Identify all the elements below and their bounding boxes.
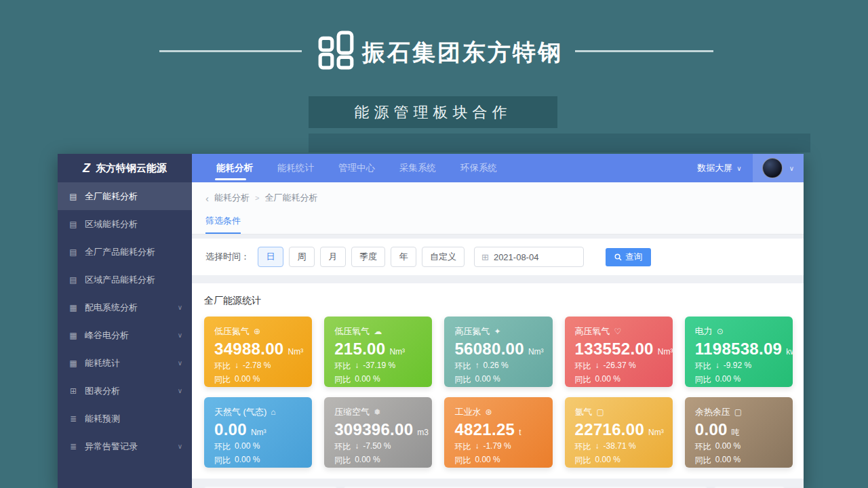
sidebar-item[interactable]: ≣ 异常告警记录 ∨	[58, 432, 192, 460]
year-ratio-label: 同比	[695, 455, 711, 466]
sidebar-item-icon: ▤	[68, 275, 78, 285]
chevron-down-icon: ∨	[736, 165, 741, 172]
ring-ratio-label: 环比	[334, 441, 351, 453]
year-ratio-value: 0.00 %	[235, 455, 260, 466]
energy-card-name: 低压氧气	[334, 325, 370, 338]
energy-card-unit: Nm³	[389, 347, 405, 357]
energy-card: 余热余压 ▢ 0.00 吨 环比 0.00 %	[685, 397, 793, 468]
time-range-button[interactable]: 季度	[351, 247, 385, 267]
brand-area: Z 东方特钢云能源	[58, 154, 192, 182]
ring-ratio-label: 环比	[334, 361, 351, 372]
sidebar-item[interactable]: ▦ 配电系统分析 ∨	[58, 293, 192, 321]
brand-name: 东方特钢云能源	[96, 162, 167, 175]
energy-card-name: 低压氮气	[214, 325, 250, 338]
search-icon	[614, 253, 622, 261]
date-value: 2021-08-04	[494, 252, 539, 262]
ring-ratio-value: -2.78 %	[243, 361, 271, 372]
nav-tab-label: 能耗分析	[216, 162, 253, 174]
nav-tab-label: 能耗统计	[277, 162, 314, 174]
energy-card-unit: Nm³	[288, 347, 304, 357]
energy-card-unit: Nm³	[251, 428, 267, 437]
year-ratio-value: 0.00 %	[235, 374, 260, 386]
sidebar-item-label: 异常告警记录	[85, 441, 138, 453]
sidebar-item[interactable]: ▦ 峰谷电分析 ∨	[58, 321, 192, 349]
query-button[interactable]: 查询	[606, 248, 651, 266]
year-ratio-row: 同比 0.00 %	[214, 374, 302, 386]
sidebar-item[interactable]: ⊞ 图表分析 ∨	[58, 377, 192, 405]
ring-ratio-value: -38.71 %	[604, 441, 636, 453]
sidebar-item-icon: ▤	[68, 247, 78, 257]
ring-ratio-value: 0.00 %	[715, 441, 741, 453]
year-ratio-row: 同比 0.00 %	[214, 455, 302, 466]
nav-tab-label: 环保系统	[460, 162, 497, 174]
time-range-label: 周	[298, 251, 307, 262]
query-button-label: 查询	[625, 251, 642, 263]
calendar-icon: ⊞	[481, 252, 489, 262]
time-range-button[interactable]: 月	[320, 247, 346, 267]
sidebar-item-icon: ≣	[68, 414, 78, 424]
chevron-down-icon: ∨	[789, 165, 794, 172]
date-picker-input[interactable]: ⊞ 2021-08-04	[474, 247, 584, 267]
energy-card-value: 0.00	[214, 420, 247, 439]
ring-ratio-label: 环比	[575, 361, 591, 372]
top-nav-bar: Z 东方特钢云能源 能耗分析 能耗统计 管理中心 采集系统 环保系统 数据大屏 …	[58, 154, 804, 182]
tab-filter-conditions[interactable]: 筛选条件	[205, 215, 241, 234]
sidebar-item-label: 区域产品能耗分析	[85, 274, 155, 286]
brand-logo-icon: Z	[83, 161, 90, 176]
nav-tab-label: 管理中心	[338, 162, 375, 174]
filter-panel: 选择时间： 日 周 月 季度 年 自定义 ⊞ 2	[192, 239, 804, 275]
time-range-button[interactable]: 年	[391, 247, 416, 267]
time-range-button[interactable]: 日	[258, 247, 283, 267]
back-arrow-icon[interactable]: ‹	[205, 192, 209, 204]
ring-ratio-value: 0.26 %	[483, 361, 508, 372]
year-ratio-row: 同比 0.00 %	[454, 455, 542, 466]
data-screen-label: 数据大屏	[697, 162, 732, 174]
energy-card-name: 天然气 (气态)	[214, 406, 267, 418]
energy-card-value: 215.00	[334, 340, 385, 359]
sidebar-item[interactable]: ▤ 区域能耗分析 ∨	[58, 210, 192, 238]
sidebar-item[interactable]: ▤ 全厂产品能耗分析 ∨	[58, 238, 192, 266]
user-menu[interactable]: ∨	[753, 154, 804, 182]
nav-tab[interactable]: 采集系统	[387, 154, 448, 182]
sidebar-item-label: 全厂产品能耗分析	[85, 246, 155, 258]
ring-ratio-row: 环比 ↓ -2.78 %	[214, 361, 302, 372]
group-logo-icon	[317, 30, 355, 70]
sidebar-item[interactable]: ▤ 区域产品能耗分析 ∨	[58, 266, 192, 293]
energy-card-value: 34988.00	[214, 340, 284, 359]
time-range-label: 月	[329, 251, 338, 262]
trend-arrow-icon: ↓	[715, 361, 719, 372]
sidebar-item[interactable]: ≣ 能耗预测 ∨	[58, 405, 192, 432]
chevron-down-icon: ∨	[178, 331, 182, 339]
nav-tab[interactable]: 能耗分析	[204, 154, 265, 182]
sidebar-item-label: 能耗统计	[85, 357, 120, 369]
sidebar-item[interactable]: ▦ 能耗统计 ∨	[58, 349, 192, 377]
year-ratio-label: 同比	[454, 374, 471, 386]
time-range-button[interactable]: 自定义	[422, 247, 465, 267]
nav-tab[interactable]: 管理中心	[326, 154, 387, 182]
sidebar-item-label: 能耗预测	[85, 413, 120, 425]
ring-ratio-label: 环比	[575, 441, 591, 453]
ring-ratio-row: 环比 ↓ -1.79 %	[454, 441, 542, 453]
year-ratio-label: 同比	[334, 455, 351, 466]
filter-tab-row: 筛选条件	[192, 209, 804, 235]
time-range-label: 年	[399, 251, 408, 262]
ring-ratio-row: 环比 ↓ -37.19 %	[334, 361, 422, 372]
sidebar-item-label: 图表分析	[85, 385, 120, 397]
ring-ratio-row: 环比 ↓ -38.71 %	[575, 441, 663, 453]
energy-card-unit: kw.h	[786, 347, 793, 357]
chevron-down-icon: ∨	[178, 387, 182, 394]
nav-tab[interactable]: 环保系统	[448, 154, 509, 182]
nav-tab[interactable]: 能耗统计	[265, 154, 326, 182]
energy-card-value: 1198538.09	[695, 340, 782, 359]
time-range-button[interactable]: 周	[289, 247, 315, 267]
avatar[interactable]	[762, 158, 783, 178]
trend-arrow-icon: ↓	[595, 441, 599, 453]
energy-card-unit: Nm³	[528, 347, 544, 357]
sidebar-item[interactable]: ▤ 全厂能耗分析 ∨	[58, 182, 192, 210]
data-screen-link[interactable]: 数据大屏 ∨	[686, 154, 752, 182]
trend-arrow-icon: ↓	[475, 441, 479, 453]
time-range-label: 日	[267, 251, 275, 262]
breadcrumb-section[interactable]: 能耗分析	[214, 192, 250, 204]
year-ratio-row: 同比 0.00 %	[575, 374, 663, 386]
year-ratio-value: 0.00 %	[475, 374, 500, 386]
